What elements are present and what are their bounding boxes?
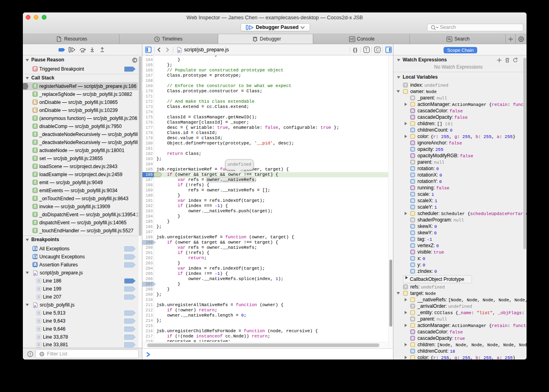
svg-text:js: js: [34, 304, 36, 307]
svg-text:C: C: [376, 48, 379, 52]
svg-text:js: js: [178, 49, 180, 52]
svg-text:T: T: [365, 48, 368, 52]
svg-text:js: js: [34, 272, 36, 275]
